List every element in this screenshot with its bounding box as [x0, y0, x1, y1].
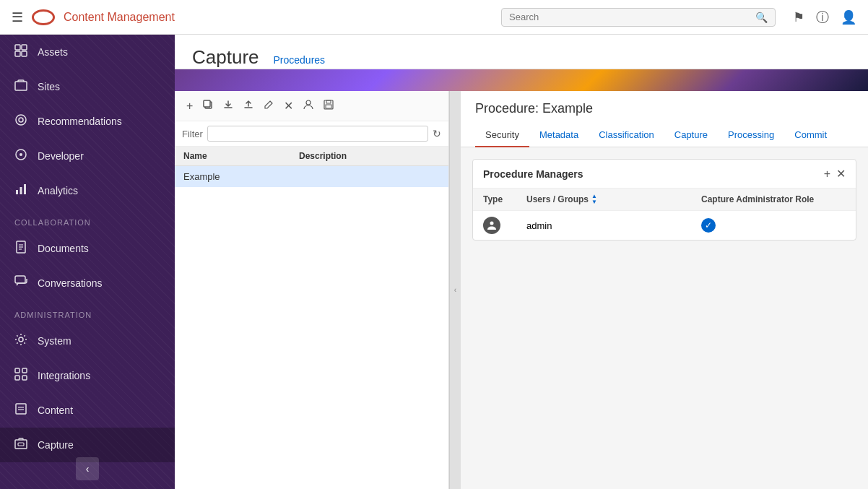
svg-rect-11: [24, 184, 26, 194]
user-icon[interactable]: 👤: [841, 9, 856, 25]
search-bar: 🔍: [501, 8, 776, 27]
col-name-header: Name: [183, 151, 299, 161]
sort-arrows[interactable]: ▲ ▼: [591, 194, 597, 205]
sidebar-collapse-button[interactable]: ‹: [76, 457, 99, 480]
svg-rect-32: [326, 105, 331, 108]
page-breadcrumb[interactable]: Procedures: [274, 54, 326, 66]
upload-button[interactable]: [240, 98, 256, 115]
row-name: Example: [183, 171, 299, 182]
sidebar-item-content[interactable]: Content: [0, 393, 175, 428]
sidebar-item-developer[interactable]: Developer: [0, 139, 175, 173]
menu-icon[interactable]: ☰: [12, 9, 23, 25]
tab-commit[interactable]: Commit: [784, 124, 837, 147]
integrations-label: Integrations: [38, 370, 90, 381]
recommendations-icon: [14, 113, 27, 129]
body-wrap: Assets Sites Recommendations Developer A…: [0, 35, 868, 489]
pm-table-header: Type Users / Groups ▲ ▼ Capture Administ…: [473, 189, 856, 211]
list-toolbar: + ✕: [175, 91, 448, 121]
filter-refresh-button[interactable]: ↻: [433, 128, 441, 139]
sidebar-item-assets[interactable]: Assets: [0, 35, 175, 69]
svg-rect-2: [15, 51, 20, 56]
filter-label: Filter: [182, 129, 203, 139]
svg-rect-22: [16, 404, 26, 414]
content-label: Content: [38, 404, 73, 416]
conversations-icon: [14, 275, 27, 291]
filter-row: Filter ↻: [175, 121, 448, 147]
download-button[interactable]: [220, 98, 236, 115]
top-nav: ☰ Content Management 🔍 ⚑ ⓘ 👤: [0, 0, 868, 35]
filter-input[interactable]: [207, 126, 428, 142]
list-row[interactable]: Example: [175, 166, 448, 187]
pm-card-title: Procedure Managers: [483, 168, 583, 180]
svg-point-6: [19, 118, 23, 122]
add-button[interactable]: +: [183, 98, 196, 115]
list-table-body: Example: [175, 166, 448, 489]
procedure-managers-card: Procedure Managers + ✕ Type Users / Grou…: [472, 159, 856, 241]
svg-rect-28: [204, 100, 210, 107]
detail-header: Procedure: Example Security Metadata Cla…: [461, 91, 868, 147]
svg-point-5: [16, 115, 26, 125]
sidebar-item-documents[interactable]: Documents: [0, 231, 175, 266]
col-desc-header: Description: [299, 151, 440, 161]
tab-security[interactable]: Security: [475, 124, 529, 147]
svg-rect-25: [15, 440, 27, 449]
tab-processing[interactable]: Processing: [718, 124, 784, 147]
content-icon: [14, 402, 27, 418]
top-nav-icons: ⚑ ⓘ 👤: [793, 9, 856, 26]
svg-rect-1: [22, 45, 27, 50]
collapse-arrow[interactable]: ‹: [449, 91, 461, 489]
svg-point-29: [306, 100, 311, 105]
sidebar-item-integrations[interactable]: Integrations: [0, 358, 175, 393]
sidebar-item-conversations[interactable]: Conversations: [0, 266, 175, 300]
detail-panel: Procedure: Example Security Metadata Cla…: [461, 91, 868, 489]
svg-rect-0: [15, 45, 20, 50]
user-icon-circle: [483, 217, 500, 234]
sidebar-item-system[interactable]: System: [0, 324, 175, 358]
capture-label: Capture: [38, 439, 74, 451]
assets-icon: [14, 44, 27, 60]
analytics-icon: [14, 183, 27, 199]
svg-point-8: [19, 153, 22, 156]
documents-icon: [14, 241, 27, 256]
svg-rect-16: [15, 276, 25, 283]
tab-classification[interactable]: Classification: [589, 124, 664, 147]
svg-rect-21: [22, 376, 27, 380]
pm-type-cell: [483, 217, 526, 234]
main-content: Capture Procedures +: [175, 35, 868, 489]
pm-add-button[interactable]: +: [824, 167, 830, 181]
help-icon[interactable]: ⓘ: [816, 9, 829, 26]
logo-oval: [32, 9, 55, 25]
copy-button[interactable]: [200, 98, 216, 115]
tab-capture[interactable]: Capture: [664, 124, 718, 147]
developer-label: Developer: [38, 150, 84, 162]
system-label: System: [38, 335, 71, 347]
delete-button[interactable]: ✕: [281, 97, 296, 115]
pm-role-check: ✓: [701, 218, 846, 233]
page-title: Capture: [192, 46, 259, 69]
edit-button[interactable]: [261, 98, 277, 115]
search-icon: 🔍: [755, 12, 768, 23]
svg-rect-4: [15, 82, 27, 90]
flag-icon[interactable]: ⚑: [793, 9, 804, 25]
svg-rect-10: [20, 187, 22, 194]
sites-label: Sites: [38, 81, 60, 92]
search-input[interactable]: [509, 12, 755, 22]
detail-content: Procedure Managers + ✕ Type Users / Grou…: [461, 147, 868, 489]
conversations-label: Conversations: [38, 277, 103, 289]
person-button[interactable]: [300, 98, 316, 115]
pm-col-type-header: Type: [483, 194, 526, 204]
svg-rect-31: [326, 100, 331, 103]
recommendations-label: Recommendations: [38, 116, 122, 127]
sidebar-item-analytics[interactable]: Analytics: [0, 173, 175, 208]
documents-label: Documents: [38, 243, 89, 254]
sidebar-item-recommendations[interactable]: Recommendations: [0, 104, 175, 139]
pm-close-button[interactable]: ✕: [836, 167, 846, 181]
sidebar-item-sites[interactable]: Sites: [0, 69, 175, 104]
list-panel: + ✕: [175, 91, 449, 489]
app-title: Content Management: [64, 11, 175, 24]
svg-rect-18: [15, 368, 19, 373]
save-button[interactable]: [321, 98, 337, 115]
pm-col-role-header: Capture Administrator Role: [701, 194, 846, 204]
sidebar: Assets Sites Recommendations Developer A…: [0, 35, 175, 489]
tab-metadata[interactable]: Metadata: [529, 124, 589, 147]
